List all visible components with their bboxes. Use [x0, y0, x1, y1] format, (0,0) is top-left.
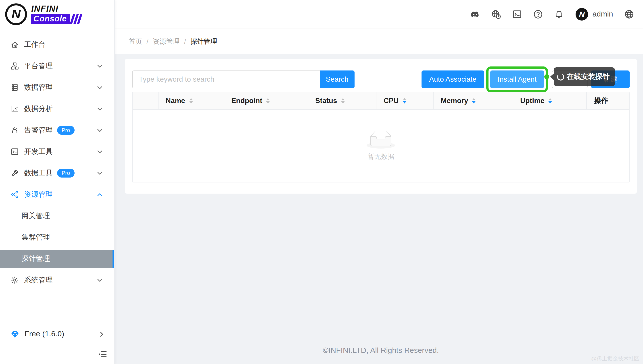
column-label: Uptime — [520, 97, 544, 105]
sidebar-item-cluster[interactable]: 集群管理 — [0, 228, 114, 246]
breadcrumb: 首页 / 资源管理 / 探针管理 — [114, 29, 643, 54]
search-button[interactable]: Search — [320, 70, 355, 88]
sidebar-item-label: 网关管理 — [22, 211, 50, 220]
column-label: Status — [315, 97, 337, 105]
sidebar-item-data-analysis[interactable]: 数据分析 — [0, 100, 114, 118]
gear-icon — [11, 276, 19, 284]
sidebar-item-label: 数据分析 — [24, 104, 53, 114]
table-header-status[interactable]: Status — [308, 92, 377, 109]
sort-carets — [341, 98, 345, 104]
breadcrumb-separator: / — [184, 38, 186, 45]
table-header-name[interactable]: Name — [159, 92, 224, 109]
empty-state-text: 暂无数据 — [367, 152, 395, 161]
sidebar-item-system[interactable]: 系统管理 — [0, 271, 114, 289]
table-header-cpu[interactable]: CPU — [377, 92, 434, 109]
sidebar-item-label: 系统管理 — [24, 276, 53, 285]
menu-fold-icon[interactable] — [98, 350, 107, 359]
sidebar-item-gateway[interactable]: 网关管理 — [0, 207, 114, 225]
sidebar-item-dev-tools[interactable]: 开发工具 — [0, 143, 114, 160]
table-header-memory[interactable]: Memory — [434, 92, 513, 109]
sidebar-item-agent[interactable]: 探针管理 — [0, 250, 114, 268]
toolbar: Search Auto Associate Install Agent 新建 — [132, 70, 629, 88]
version-label: Free (1.6.0) — [25, 330, 64, 338]
table-header-endpoint[interactable]: Endpoint — [224, 92, 308, 109]
share-icon — [11, 190, 19, 198]
chevron-right-icon — [99, 331, 105, 337]
alarm-icon — [11, 126, 19, 134]
sidebar-item-label: 工作台 — [24, 40, 46, 49]
empty-state: 暂无数据 — [367, 131, 395, 161]
chevron-down-icon — [97, 63, 103, 69]
terminal-icon — [11, 148, 19, 156]
storage-icon — [11, 84, 19, 92]
table-header-select — [133, 92, 159, 109]
notifications-bell-icon[interactable] — [554, 9, 564, 19]
toolbar-actions: Auto Associate Install Agent 新建 在线安装探针 — [422, 70, 629, 88]
svg-text:N: N — [579, 10, 585, 19]
agent-list-card: Search Auto Associate Install Agent 新建 — [125, 59, 637, 194]
infini-logo-icon: N — [5, 3, 28, 26]
sidebar-item-workbench[interactable]: 工作台 — [0, 36, 114, 54]
breadcrumb-section[interactable]: 资源管理 — [153, 37, 179, 46]
pro-badge: Pro — [57, 168, 74, 178]
annotation-highlight-ring: Install Agent — [486, 66, 548, 92]
sidebar-bottom: Free (1.6.0) — [0, 324, 114, 364]
chevron-down-icon — [97, 84, 103, 90]
table-header-row: Name Endpoint Status CPU — [133, 92, 629, 110]
table-header-uptime[interactable]: Uptime — [513, 92, 587, 109]
help-icon[interactable] — [533, 9, 543, 19]
brand-wordmark: INFINI Console — [31, 4, 81, 24]
language-globe-icon[interactable] — [624, 9, 634, 19]
main-area: N admin 首页 / 资源管理 / 探针管理 Search Auto Ass — [114, 0, 643, 364]
sidebar-item-label: 开发工具 — [24, 147, 53, 156]
gem-icon — [11, 330, 19, 338]
topbar: N admin — [114, 0, 643, 29]
chevron-down-icon — [97, 127, 103, 133]
user-menu[interactable]: N admin — [575, 8, 613, 21]
page-content: Search Auto Associate Install Agent 新建 — [114, 54, 643, 364]
column-label: CPU — [384, 97, 399, 105]
column-label: Memory — [441, 97, 468, 105]
empty-box-icon — [367, 131, 395, 149]
sidebar-submenu-resources: 网关管理 集群管理 探针管理 — [0, 207, 114, 268]
sort-carets — [548, 98, 552, 104]
search-input[interactable] — [132, 70, 320, 88]
sort-carets — [403, 98, 406, 104]
chevron-down-icon — [97, 106, 103, 112]
sidebar-item-resources[interactable]: 资源管理 — [0, 186, 114, 204]
sidebar-item-label: 数据工具 — [24, 168, 53, 178]
install-agent-tooltip: 在线安装探针 — [554, 67, 615, 86]
app-viewport: N INFINI Console 工作台 平台管理 — [0, 0, 643, 364]
sidebar-item-data-management[interactable]: 数据管理 — [0, 78, 114, 96]
brand-logo[interactable]: N INFINI Console — [0, 0, 114, 28]
sidebar-item-alerting[interactable]: 告警管理 Pro — [0, 121, 114, 139]
timezone-icon[interactable] — [491, 9, 501, 19]
sidebar-collapse-bar — [0, 344, 114, 364]
avatar: N — [575, 8, 588, 21]
tooltip-text: 在线安装探针 — [567, 72, 609, 82]
sidebar-item-label: 集群管理 — [22, 233, 50, 242]
username: admin — [592, 10, 613, 19]
sidebar-item-data-tools[interactable]: 数据工具 Pro — [0, 164, 114, 182]
breadcrumb-home[interactable]: 首页 — [129, 37, 142, 46]
column-label: Endpoint — [231, 97, 262, 105]
watermark: @稀土掘金技术社区 — [591, 355, 639, 363]
sort-carets — [472, 98, 476, 104]
discord-icon[interactable] — [470, 9, 480, 19]
terminal-icon[interactable] — [512, 9, 522, 19]
license-version-row[interactable]: Free (1.6.0) — [0, 324, 114, 344]
sidebar-item-platform[interactable]: 平台管理 — [0, 57, 114, 75]
auto-associate-button[interactable]: Auto Associate — [422, 70, 484, 88]
table-body: 暂无数据 — [133, 110, 629, 182]
install-agent-button[interactable]: Install Agent — [490, 70, 544, 88]
breadcrumb-separator: / — [146, 38, 148, 45]
sidebar-menu: 工作台 平台管理 数据管理 数据分析 告警管理 Pro — [0, 28, 114, 293]
pro-badge: Pro — [57, 126, 74, 135]
platform-icon — [11, 62, 19, 70]
chevron-up-icon — [97, 192, 103, 198]
svg-text:N: N — [12, 7, 21, 21]
annotation-click-dot — [544, 74, 549, 79]
search-group: Search — [132, 70, 355, 88]
chevron-down-icon — [97, 170, 103, 176]
chevron-down-icon — [97, 149, 103, 154]
